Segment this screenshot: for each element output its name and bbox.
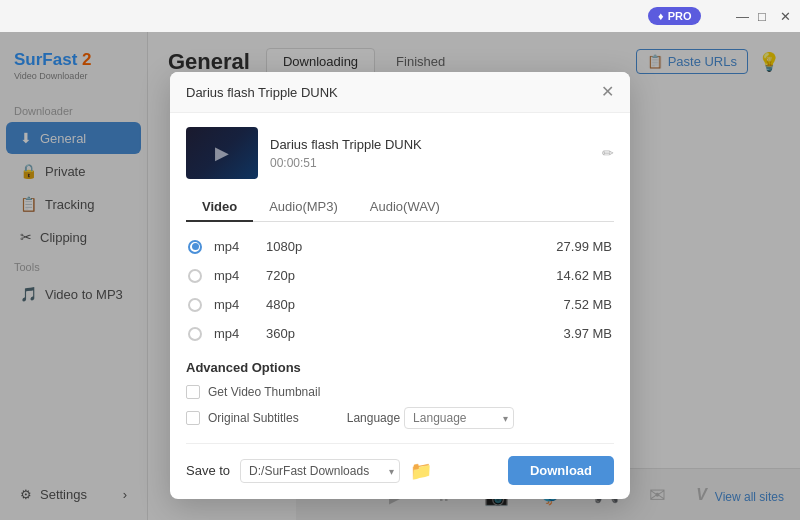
format-480p: mp4 <box>214 297 254 312</box>
language-dropdown[interactable]: Language English Spanish French <box>404 407 514 429</box>
quality-row-720p[interactable]: mp4 720p 14.62 MB <box>186 263 614 288</box>
advanced-options-title: Advanced Options <box>186 360 614 375</box>
size-360p: 3.97 MB <box>564 326 612 341</box>
browse-folder-button[interactable]: 📁 <box>410 460 432 482</box>
video-duration: 00:00:51 <box>270 156 590 170</box>
play-icon: ▶ <box>215 142 229 164</box>
title-bar: ♦ PRO — □ ✕ <box>0 0 800 32</box>
format-360p: mp4 <box>214 326 254 341</box>
subtitles-checkbox-row: Original Subtitles Language Language Eng… <box>186 407 614 429</box>
video-thumbnail: ▶ <box>186 127 258 179</box>
pro-badge[interactable]: ♦ PRO <box>648 7 701 25</box>
resolution-480p: 480p <box>266 297 316 312</box>
thumbnail-checkbox-row: Get Video Thumbnail <box>186 385 614 399</box>
radio-480p[interactable] <box>188 298 202 312</box>
resolution-360p: 360p <box>266 326 316 341</box>
video-info: ▶ Darius flash Tripple DUNK 00:00:51 ✏ <box>186 127 614 179</box>
thumbnail-checkbox[interactable] <box>186 385 200 399</box>
quality-row-360p[interactable]: mp4 360p 3.97 MB <box>186 321 614 346</box>
format-tabs: Video Audio(MP3) Audio(WAV) <box>186 193 614 222</box>
format-1080p: mp4 <box>214 239 254 254</box>
radio-360p[interactable] <box>188 327 202 341</box>
thumbnail-label: Get Video Thumbnail <box>208 385 320 399</box>
format-tab-mp3[interactable]: Audio(MP3) <box>253 193 354 222</box>
language-select-group: Language Language English Spanish French <box>347 407 514 429</box>
size-720p: 14.62 MB <box>556 268 612 283</box>
subtitles-label: Original Subtitles <box>208 411 299 425</box>
radio-1080p[interactable] <box>188 240 202 254</box>
radio-720p[interactable] <box>188 269 202 283</box>
download-modal: Darius flash Tripple DUNK ✕ ▶ Darius fla… <box>170 72 630 499</box>
modal-body: ▶ Darius flash Tripple DUNK 00:00:51 ✏ V… <box>170 113 630 499</box>
save-row: Save to D:/SurFast Downloads 📁 Download <box>186 443 614 485</box>
resolution-1080p: 1080p <box>266 239 316 254</box>
thumbnail-image: ▶ <box>186 127 258 179</box>
minimize-button[interactable]: — <box>736 10 748 22</box>
window-controls: — □ ✕ <box>736 10 792 22</box>
advanced-options: Advanced Options Get Video Thumbnail Ori… <box>186 360 614 429</box>
save-path-dropdown[interactable]: D:/SurFast Downloads <box>240 459 400 483</box>
video-meta: Darius flash Tripple DUNK 00:00:51 <box>270 137 590 170</box>
resolution-720p: 720p <box>266 268 316 283</box>
modal-title: Darius flash Tripple DUNK <box>186 85 338 100</box>
size-480p: 7.52 MB <box>564 297 612 312</box>
quality-row-1080p[interactable]: mp4 1080p 27.99 MB <box>186 234 614 259</box>
video-title: Darius flash Tripple DUNK <box>270 137 590 152</box>
size-1080p: 27.99 MB <box>556 239 612 254</box>
save-to-label: Save to <box>186 463 230 478</box>
download-button[interactable]: Download <box>508 456 614 485</box>
modal-header: Darius flash Tripple DUNK ✕ <box>170 72 630 113</box>
pro-label: PRO <box>668 10 692 22</box>
modal-overlay: Darius flash Tripple DUNK ✕ ▶ Darius fla… <box>0 32 800 520</box>
language-label: Language <box>347 411 400 425</box>
maximize-button[interactable]: □ <box>758 10 770 22</box>
close-button[interactable]: ✕ <box>780 10 792 22</box>
pro-icon: ♦ <box>658 10 664 22</box>
format-tab-wav[interactable]: Audio(WAV) <box>354 193 456 222</box>
format-720p: mp4 <box>214 268 254 283</box>
edit-icon[interactable]: ✏ <box>602 145 614 161</box>
language-dropdown-wrapper: Language English Spanish French <box>404 407 514 429</box>
modal-close-button[interactable]: ✕ <box>601 84 614 100</box>
format-tab-video[interactable]: Video <box>186 193 253 222</box>
subtitles-checkbox[interactable] <box>186 411 200 425</box>
quality-row-480p[interactable]: mp4 480p 7.52 MB <box>186 292 614 317</box>
save-path-wrapper: D:/SurFast Downloads <box>240 459 400 483</box>
radio-inner-1080p <box>192 243 199 250</box>
quality-list: mp4 1080p 27.99 MB mp4 720p 14.62 MB mp4… <box>186 234 614 346</box>
